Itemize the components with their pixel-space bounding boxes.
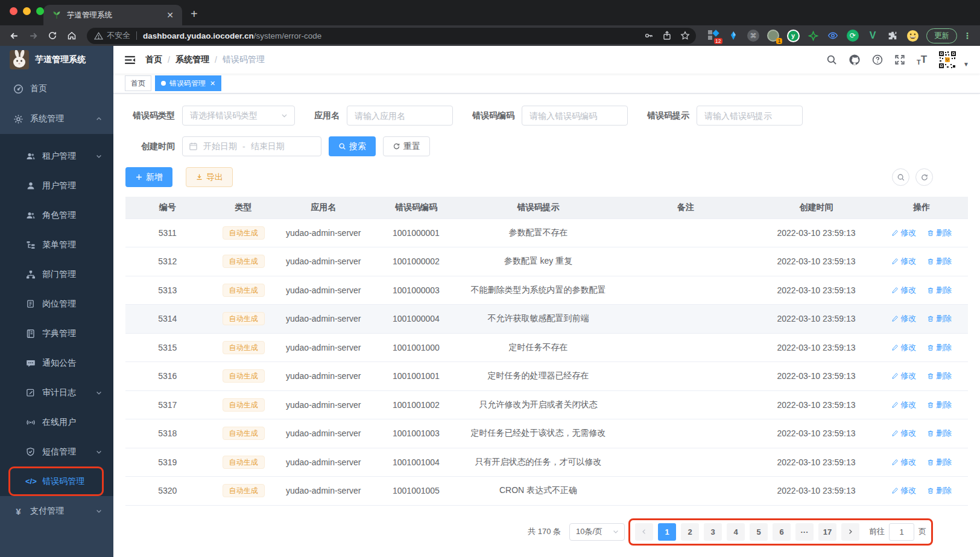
back-icon[interactable] (6, 28, 22, 43)
sidebar-item-post[interactable]: 岗位管理 (0, 289, 113, 319)
help-icon[interactable] (872, 54, 883, 65)
sidebar-item-online[interactable]: 在线用户 (0, 407, 113, 437)
date-range-picker[interactable]: 开始日期 - 结束日期 (182, 136, 321, 156)
reload-icon[interactable] (45, 28, 60, 43)
sidebar-item-home[interactable]: 首页 (0, 74, 113, 104)
sidebar-item-audit[interactable]: 审计日志 (0, 378, 113, 407)
extension-star-icon[interactable] (806, 29, 820, 42)
home-icon[interactable] (64, 28, 80, 43)
page-button-5[interactable]: 5 (750, 523, 768, 541)
minimize-window-button[interactable] (23, 7, 31, 15)
tag-close-icon[interactable]: ✕ (210, 80, 215, 88)
breadcrumb-system[interactable]: 系统管理 (175, 54, 209, 65)
error-message-input[interactable] (697, 106, 803, 126)
sidebar-item-sms[interactable]: 短信管理 (0, 437, 113, 466)
zoom-window-button[interactable] (36, 7, 44, 15)
edit-link[interactable]: 修改 (891, 342, 916, 353)
error-code-input[interactable] (522, 106, 628, 126)
browser-tab[interactable]: 芋道管理系统 ✕ (43, 5, 182, 25)
puzzle-extensions-icon[interactable] (886, 29, 899, 42)
delete-link[interactable]: 删除 (927, 428, 952, 439)
new-tab-button[interactable]: + (191, 7, 198, 21)
edit-link[interactable]: 修改 (891, 485, 916, 496)
font-size-icon[interactable]: TT (917, 54, 927, 66)
user-icon (25, 180, 36, 191)
page-size-select[interactable]: 10条/页 (569, 523, 625, 541)
update-button[interactable]: 更新 (926, 28, 957, 43)
extension-eye-icon[interactable] (826, 29, 839, 42)
caret-down-icon[interactable]: ▼ (963, 61, 969, 68)
toggle-search-button[interactable] (892, 168, 909, 186)
edit-link[interactable]: 修改 (891, 285, 916, 296)
prev-page-button[interactable] (635, 523, 653, 541)
page-button-17[interactable]: 17 (818, 523, 836, 541)
sidebar-item-error-code[interactable]: </> 错误码管理 (0, 466, 113, 496)
key-icon[interactable] (644, 31, 654, 40)
cell-ops: 修改 删除 (875, 362, 968, 391)
page-button-3[interactable]: 3 (704, 523, 722, 541)
delete-link[interactable]: 删除 (927, 342, 952, 353)
close-window-button[interactable] (10, 7, 17, 15)
add-button[interactable]: 新增 (125, 167, 172, 187)
profile-emoji-icon[interactable] (906, 29, 919, 42)
sidebar-item-dept[interactable]: 部门管理 (0, 259, 113, 289)
next-page-button[interactable] (841, 523, 859, 541)
reset-button[interactable]: 重置 (383, 136, 430, 156)
extension-vue-icon[interactable]: V (866, 29, 879, 42)
search-icon[interactable] (826, 54, 837, 65)
tag-home[interactable]: 首页 (125, 75, 151, 91)
breadcrumb-home[interactable]: 首页 (145, 54, 162, 65)
page-button-6[interactable]: 6 (773, 523, 791, 541)
search-button[interactable]: 搜索 (329, 136, 376, 156)
fullscreen-icon[interactable] (894, 54, 905, 65)
address-bar[interactable]: 不安全 dashboard.yudao.iocoder.cn /system/e… (87, 28, 696, 44)
extension-kite-icon[interactable] (727, 29, 740, 42)
refresh-table-button[interactable] (915, 168, 933, 186)
edit-link[interactable]: 修改 (891, 428, 916, 439)
delete-link[interactable]: 删除 (927, 256, 952, 267)
browser-menu-dots-icon[interactable]: ⋮ (961, 31, 974, 40)
sidebar-item-system[interactable]: 系统管理 (0, 104, 113, 134)
edit-link[interactable]: 修改 (891, 228, 916, 238)
app-name-input[interactable] (347, 106, 453, 126)
page-button-2[interactable]: 2 (681, 523, 699, 541)
hamburger-icon[interactable] (124, 54, 136, 66)
share-icon[interactable] (662, 31, 672, 40)
delete-link[interactable]: 删除 (927, 399, 952, 410)
github-icon[interactable] (849, 54, 861, 66)
delete-link[interactable]: 删除 (927, 457, 952, 468)
avatar-qr[interactable] (938, 51, 956, 69)
delete-link[interactable]: 删除 (927, 228, 952, 238)
delete-link[interactable]: 删除 (927, 285, 952, 296)
page-button-1[interactable]: 1 (658, 523, 676, 541)
sidebar-item-dict[interactable]: 字典管理 (0, 319, 113, 348)
extension-command-icon[interactable]: ⌘ (747, 29, 760, 42)
tag-error-code[interactable]: 错误码管理✕ (155, 75, 221, 91)
edit-link[interactable]: 修改 (891, 256, 916, 267)
extension-circle-icon[interactable]: 1 (767, 29, 780, 42)
extension-refresh-icon[interactable]: ⟳ (846, 29, 859, 42)
extension-y-icon[interactable]: y (786, 29, 800, 42)
page-button-4[interactable]: 4 (727, 523, 745, 541)
sidebar-item-pay[interactable]: ¥ 支付管理 (0, 496, 113, 526)
sidebar-item-notice[interactable]: 通知公告 (0, 348, 113, 378)
edit-link[interactable]: 修改 (891, 399, 916, 410)
edit-link[interactable]: 修改 (891, 313, 916, 324)
edit-link[interactable]: 修改 (891, 371, 916, 381)
export-button[interactable]: 导出 (186, 167, 233, 187)
sidebar-item-menu[interactable]: 菜单管理 (0, 230, 113, 259)
tab-close-icon[interactable]: ✕ (164, 10, 176, 20)
delete-link[interactable]: 删除 (927, 371, 952, 381)
sidebar-item-role[interactable]: 角色管理 (0, 200, 113, 230)
sidebar-item-tenant[interactable]: 租户管理 (0, 141, 113, 171)
more-pages-button[interactable]: ··· (795, 523, 814, 541)
delete-link[interactable]: 删除 (927, 485, 952, 496)
goto-page-input[interactable] (889, 523, 914, 541)
forward-icon[interactable] (25, 28, 41, 43)
delete-link[interactable]: 删除 (927, 313, 952, 324)
sidebar-item-user[interactable]: 用户管理 (0, 171, 113, 200)
star-icon[interactable] (680, 31, 690, 40)
extension-grid-icon[interactable]: 12 (707, 29, 720, 42)
edit-link[interactable]: 修改 (891, 457, 916, 468)
error-type-select[interactable]: 请选择错误码类型 (182, 106, 295, 126)
